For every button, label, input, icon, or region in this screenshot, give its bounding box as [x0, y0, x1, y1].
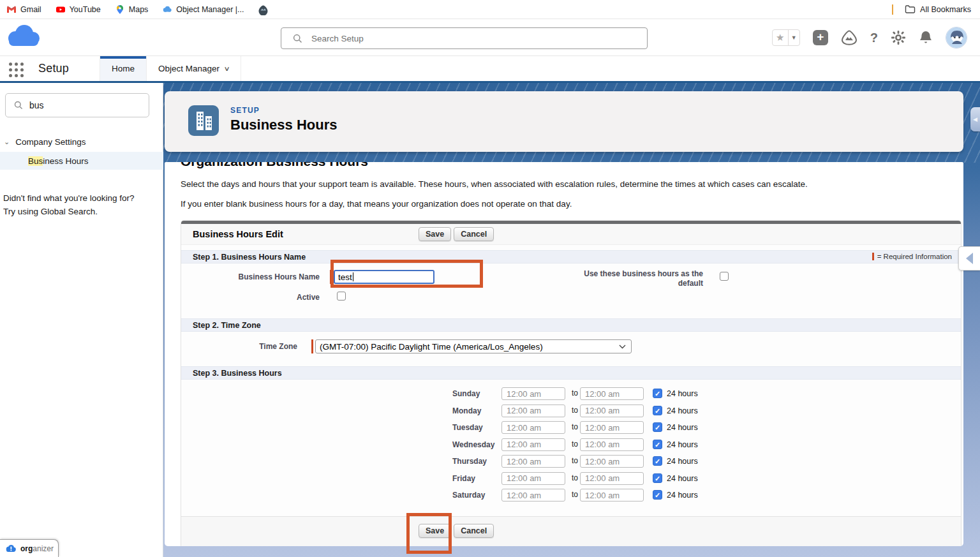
- business-hours-label: iness Hours: [43, 156, 88, 166]
- end-time-input[interactable]: 12:00 am: [580, 455, 644, 468]
- sidebar-item-business-hours[interactable]: Business Hours: [0, 152, 163, 170]
- time-zone-label: Time Zone: [181, 342, 297, 351]
- required-information-legend: = Required Information: [872, 253, 952, 260]
- tab-object-manager-label: Object Manager: [158, 64, 219, 73]
- select-chevron-icon: [619, 345, 626, 349]
- favorite-star-icon[interactable]: ★: [773, 30, 788, 45]
- start-time-input[interactable]: 12:00 am: [501, 405, 565, 417]
- search-icon: [293, 34, 302, 43]
- active-label: Active: [181, 293, 320, 302]
- bookmark-label: Maps: [129, 5, 149, 14]
- youtube-icon: [56, 4, 66, 15]
- step3-section-header: Step 3. Business Hours: [181, 366, 961, 380]
- organizer-extension-badge[interactable]: organizer: [0, 539, 59, 557]
- search-icon: [14, 101, 23, 110]
- app-launcher-waffle-icon[interactable]: [8, 61, 24, 78]
- block-bottom-bar: Save Cancel: [181, 516, 961, 546]
- description-paragraph-2: If you enter blank business hours for a …: [181, 199, 572, 209]
- gmail-icon: [6, 4, 17, 15]
- favorites-button-group[interactable]: ★ ▼: [772, 29, 800, 46]
- global-actions-plus-icon[interactable]: +: [813, 30, 828, 45]
- day-row-saturday: Saturday 12:00 am to 12:00 am ✓ 24 hours: [181, 487, 961, 504]
- time-zone-select[interactable]: (GMT-07:00) Pacific Daylight Time (Ameri…: [315, 339, 632, 353]
- setup-search-box[interactable]: [281, 27, 648, 49]
- default-hours-label: Use these business hours as the default: [500, 269, 703, 288]
- start-time-input[interactable]: 12:00 am: [501, 455, 565, 468]
- day-row-monday: Monday 12:00 am to 12:00 am ✓ 24 hours: [181, 403, 961, 420]
- notifications-bell-icon[interactable]: [919, 30, 933, 45]
- all-bookmarks-label[interactable]: All Bookmarks: [920, 5, 971, 14]
- business-hours-object-icon: [188, 105, 219, 136]
- bookmark-youtube[interactable]: YouTube: [56, 4, 101, 15]
- tab-object-manager[interactable]: Object Manager ∨: [147, 56, 241, 81]
- sidebar-item-company-settings[interactable]: ⌄ Company Settings: [0, 133, 163, 151]
- dark-badge-icon: [258, 4, 268, 15]
- global-header: ★ ▼ + ?: [0, 19, 980, 56]
- day-row-tuesday: Tuesday 12:00 am to 12:00 am ✓ 24 hours: [181, 420, 961, 436]
- 24-hours-checkbox[interactable]: ✓: [653, 456, 662, 466]
- end-time-input[interactable]: 12:00 am: [580, 421, 644, 434]
- end-time-input[interactable]: 12:00 am: [580, 489, 644, 501]
- day-row-thursday: Thursday 12:00 am to 12:00 am ✓ 24 hours: [181, 454, 961, 470]
- quick-find-box[interactable]: [5, 93, 149, 117]
- annotation-box-save-button: [406, 513, 452, 554]
- start-time-input[interactable]: 12:00 am: [501, 438, 565, 451]
- 24-hours-checkbox[interactable]: ✓: [653, 389, 662, 398]
- folder-icon: [905, 4, 915, 15]
- search-match-highlight: Bus: [28, 156, 43, 166]
- bookmark-extension[interactable]: [258, 4, 268, 15]
- tab-home[interactable]: Home: [100, 56, 147, 81]
- user-avatar[interactable]: [946, 27, 967, 48]
- start-time-input[interactable]: 12:00 am: [501, 387, 565, 400]
- save-button-top[interactable]: Save: [419, 227, 451, 241]
- start-time-input[interactable]: 12:00 am: [501, 489, 565, 501]
- default-hours-checkbox[interactable]: [720, 272, 729, 281]
- collapse-panel-arrow[interactable]: ◀: [970, 107, 980, 131]
- 24-hours-checkbox[interactable]: ✓: [653, 440, 662, 449]
- day-row-wednesday: Wednesday 12:00 am to 12:00 am ✓ 24 hour…: [181, 437, 961, 454]
- chevron-expanded-icon[interactable]: ⌄: [4, 138, 10, 146]
- page-header-card: SETUP Business Hours: [165, 91, 963, 152]
- active-checkbox[interactable]: [337, 292, 346, 301]
- 24-hours-checkbox[interactable]: ✓: [653, 422, 662, 432]
- trailhead-icon[interactable]: [841, 30, 858, 45]
- bookmark-object-manager[interactable]: Object Manager |...: [162, 4, 244, 15]
- setup-gear-icon[interactable]: [891, 30, 906, 45]
- search-setup-input[interactable]: [311, 34, 618, 43]
- browser-bookmarks-bar: Gmail YouTube Maps Object Manager |... A…: [0, 0, 980, 19]
- quick-find-input[interactable]: [29, 100, 138, 110]
- arrow-left-icon: [966, 253, 973, 264]
- 24-hours-checkbox[interactable]: ✓: [653, 473, 662, 483]
- bookmark-label: Gmail: [20, 5, 41, 14]
- tab-home-label: Home: [112, 64, 135, 73]
- favorites-dropdown[interactable]: ▼: [788, 30, 799, 45]
- cancel-button-top[interactable]: Cancel: [454, 227, 494, 241]
- bookmark-label: Object Manager |...: [176, 5, 244, 14]
- main-content-area: SETUP Business Hours ◀ Organization Busi…: [163, 83, 980, 557]
- collapse-panel-arrow[interactable]: [958, 246, 980, 271]
- company-settings-label: Company Settings: [15, 137, 85, 147]
- block-title: Business Hours Edit: [193, 229, 283, 239]
- bookmarks-divider: [892, 4, 893, 15]
- start-time-input[interactable]: 12:00 am: [501, 472, 565, 485]
- business-hours-edit-block: Business Hours Edit Save Cancel Step 1. …: [181, 220, 961, 546]
- app-name: Setup: [38, 62, 69, 81]
- maps-icon: [115, 4, 125, 15]
- bookmark-maps[interactable]: Maps: [115, 4, 149, 15]
- start-time-input[interactable]: 12:00 am: [501, 421, 565, 434]
- end-time-input[interactable]: 12:00 am: [580, 472, 644, 485]
- help-icon[interactable]: ?: [870, 31, 878, 45]
- end-time-input[interactable]: 12:00 am: [580, 405, 644, 417]
- bookmark-gmail[interactable]: Gmail: [6, 4, 41, 15]
- required-marker-icon: [311, 339, 313, 353]
- org-business-hours-heading: Organization Business Hours: [181, 162, 368, 170]
- not-found-help-text: Didn't find what you're looking for? Try…: [3, 191, 135, 218]
- page-title: Business Hours: [230, 117, 338, 133]
- end-time-input[interactable]: 12:00 am: [580, 387, 644, 400]
- salesforce-cloud-icon: [162, 4, 172, 15]
- 24-hours-checkbox[interactable]: ✓: [653, 490, 662, 500]
- end-time-input[interactable]: 12:00 am: [580, 438, 644, 451]
- cancel-button-bottom[interactable]: Cancel: [454, 524, 494, 538]
- 24-hours-checkbox[interactable]: ✓: [653, 406, 662, 415]
- required-marker-icon: [872, 253, 874, 260]
